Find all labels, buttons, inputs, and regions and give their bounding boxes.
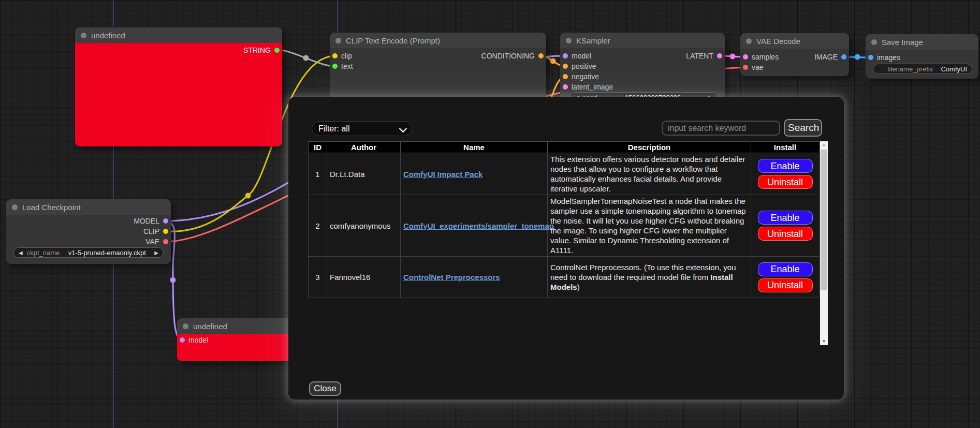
output-slot-dot[interactable]	[717, 53, 722, 58]
node-vae-decode[interactable]: VAE Decode samples vae IMAGE	[740, 33, 849, 76]
node-collapse-icon[interactable]	[566, 38, 572, 43]
input-slot-samples[interactable]: samples	[743, 52, 779, 62]
widget-value: ComfyUI	[941, 65, 967, 73]
input-slot-dot[interactable]	[563, 74, 568, 79]
output-slot-clip[interactable]: CLIP	[143, 226, 168, 237]
node-title-bar[interactable]: KSampler	[560, 33, 725, 48]
scroll-up-arrow-icon[interactable]: ▲	[820, 141, 828, 149]
input-slot-clip[interactable]: clip	[332, 51, 352, 61]
output-slot-conditioning[interactable]: CONDITIONING	[481, 51, 544, 61]
table-header-row: ID Author Name Description Install	[309, 142, 820, 153]
uninstall-button[interactable]: Uninstall	[758, 227, 813, 241]
description-text: )	[577, 283, 580, 291]
output-slot-vae[interactable]: VAE	[145, 237, 168, 247]
input-slot-dot[interactable]	[563, 84, 568, 90]
output-slot-label: LATENT	[686, 52, 713, 60]
output-slot-label: STRING	[243, 46, 271, 54]
output-slot-dot[interactable]	[163, 229, 168, 234]
extension-link[interactable]: ComfyUI Impact Pack	[403, 170, 482, 179]
wire-string-to-text	[277, 50, 335, 66]
col-header-name: Name	[401, 142, 548, 153]
output-slot-dot[interactable]	[163, 239, 168, 244]
input-slot-model[interactable]: model	[180, 335, 208, 345]
node-load-checkpoint[interactable]: Load Checkpoint MODEL CLIP VAE ◀ ckpt_na…	[6, 199, 171, 264]
node-title: undefined	[91, 31, 125, 40]
node-collapse-icon[interactable]	[183, 323, 188, 329]
node-undefined-bottom[interactable]: undefined model	[177, 318, 296, 361]
output-slot-dot[interactable]	[841, 54, 846, 60]
input-slot-dot[interactable]	[743, 54, 748, 60]
input-slot-label: images	[877, 53, 900, 62]
input-slot-latent-image[interactable]: latent_image	[563, 82, 613, 92]
input-slot-model[interactable]: model	[563, 51, 591, 61]
table-scrollbar[interactable]: ▲ ▼	[820, 141, 828, 345]
extensions-table: ID Author Name Description Install 1 Dr.…	[308, 141, 820, 298]
input-slot-text[interactable]: text	[332, 61, 353, 71]
close-button[interactable]: Close	[309, 381, 341, 396]
input-slot-negative[interactable]: negative	[563, 71, 599, 82]
input-slot-dot[interactable]	[180, 337, 185, 343]
node-graph-canvas[interactable]: undefined STRING CLIP Text Encode (Promp…	[0, 0, 980, 428]
node-title-bar[interactable]: Save Image	[866, 34, 978, 50]
input-slot-label: latent_image	[572, 83, 613, 91]
node-collapse-icon[interactable]	[81, 33, 86, 38]
output-slot-image[interactable]: IMAGE	[814, 52, 846, 62]
next-arrow-icon[interactable]: ▶	[154, 250, 158, 256]
prev-arrow-icon[interactable]: ◀	[19, 250, 23, 256]
cell-install: Enable Uninstall	[751, 153, 820, 195]
node-title: Load Checkpoint	[22, 203, 81, 212]
node-collapse-icon[interactable]	[746, 38, 752, 44]
link-center-dot	[170, 277, 176, 283]
node-undefined-top[interactable]: undefined STRING	[75, 27, 282, 146]
node-collapse-icon[interactable]	[871, 39, 877, 45]
search-input[interactable]	[662, 121, 780, 136]
node-title-bar[interactable]: CLIP Text Encode (Prompt)	[330, 33, 546, 48]
input-slot-label: text	[341, 62, 353, 70]
extension-link[interactable]: ControlNet Preprocessors	[403, 273, 500, 282]
node-title-bar[interactable]: VAE Decode	[740, 33, 849, 49]
cell-description: This extension offers various detector n…	[548, 153, 751, 195]
col-header-author: Author	[327, 142, 401, 153]
output-slot-label: VAE	[145, 238, 159, 246]
output-slot-model[interactable]: MODEL	[134, 216, 168, 226]
node-title: CLIP Text Encode (Prompt)	[346, 36, 440, 45]
ckpt-name-widget[interactable]: ◀ ckpt_name v1-5-pruned-emaonly.ckpt ▶	[13, 247, 164, 258]
input-slot-positive[interactable]: positive	[563, 61, 596, 71]
output-slot-string[interactable]: STRING	[243, 45, 280, 55]
description-text: ControlNet Preprocessors. (To use this e…	[550, 263, 736, 282]
cell-description: ControlNet Preprocessors. (To use this e…	[548, 257, 751, 298]
search-button[interactable]: Search	[784, 119, 822, 137]
scrollbar-thumb[interactable]	[821, 150, 827, 290]
enable-button[interactable]: Enable	[758, 159, 813, 173]
input-slot-dot[interactable]	[563, 64, 568, 69]
node-title-bar[interactable]: undefined	[177, 318, 296, 334]
filter-select[interactable]: Filter: all	[312, 121, 412, 136]
scroll-down-arrow-icon[interactable]: ▼	[820, 338, 828, 345]
cell-description: ModelSamplerTonemapNoiseTest a node that…	[548, 195, 751, 257]
node-save-image[interactable]: Save Image images filename_prefix ComfyU…	[866, 34, 978, 79]
link-center-dot	[245, 193, 251, 199]
col-header-id: ID	[309, 142, 327, 153]
input-slot-dot[interactable]	[332, 53, 338, 58]
input-slot-dot[interactable]	[743, 65, 748, 70]
output-slot-dot[interactable]	[163, 218, 168, 224]
output-slot-latent[interactable]: LATENT	[686, 51, 722, 61]
enable-button[interactable]: Enable	[758, 211, 813, 225]
node-title-bar[interactable]: Load Checkpoint	[6, 199, 171, 215]
input-slot-dot[interactable]	[868, 55, 873, 60]
node-collapse-icon[interactable]	[335, 38, 341, 43]
uninstall-button[interactable]: Uninstall	[758, 175, 813, 189]
input-slot-images[interactable]: images	[868, 52, 900, 63]
node-collapse-icon[interactable]	[12, 204, 18, 210]
input-slot-label: model	[188, 336, 208, 344]
uninstall-button[interactable]: Uninstall	[758, 278, 813, 292]
node-title-bar[interactable]: undefined	[75, 27, 282, 43]
input-slot-dot[interactable]	[332, 64, 338, 69]
filename-prefix-widget[interactable]: filename_prefix ComfyUI	[873, 64, 972, 74]
output-slot-dot[interactable]	[538, 53, 544, 58]
output-slot-dot[interactable]	[274, 48, 280, 53]
input-slot-vae[interactable]: vae	[743, 62, 764, 72]
extension-link[interactable]: ComfyUI_experiments/sampler_tonemap	[403, 222, 554, 230]
enable-button[interactable]: Enable	[758, 262, 813, 276]
input-slot-dot[interactable]	[563, 53, 568, 58]
